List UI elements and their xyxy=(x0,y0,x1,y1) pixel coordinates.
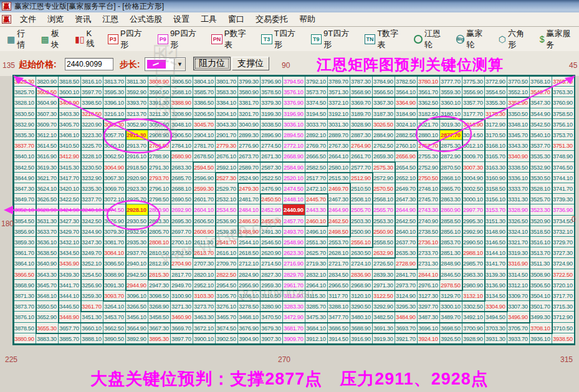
grid-cell[interactable]: 2894.50 xyxy=(283,130,305,140)
grid-cell[interactable]: 3897.70 xyxy=(171,333,193,344)
grid-cell[interactable]: 2791.30 xyxy=(148,162,171,173)
grid-cell[interactable]: 2964.10 xyxy=(305,280,328,290)
menu-item-公式选股[interactable]: 公式选股 xyxy=(124,14,168,24)
grid-cell[interactable]: 2906.50 xyxy=(171,130,193,140)
grid-cell[interactable]: 3715.30 xyxy=(552,301,575,312)
grid-cell[interactable]: 3072.10 xyxy=(103,194,126,204)
grid-cell[interactable]: 3604.90 xyxy=(36,97,59,108)
grid-cell[interactable]: 3314.50 xyxy=(507,269,530,280)
grid-cell[interactable]: 3398.50 xyxy=(81,97,103,108)
grid-cell[interactable]: 3830.50 xyxy=(14,108,36,119)
grid-cell[interactable]: 3331.30 xyxy=(507,194,530,204)
grid-cell[interactable]: 2488.90 xyxy=(238,226,261,237)
grid-cell[interactable]: 2668.90 xyxy=(283,151,305,161)
grid-cell[interactable]: 2920.90 xyxy=(126,173,148,183)
grid-cell[interactable]: 3535.30 xyxy=(530,151,552,161)
grid-cell[interactable]: 3660.10 xyxy=(81,323,103,333)
grid-cell[interactable]: 3170.50 xyxy=(485,130,507,140)
grid-cell[interactable]: 3256.90 xyxy=(81,280,103,290)
grid-cell[interactable]: 3386.50 xyxy=(193,97,216,108)
grid-cell[interactable]: 3079.30 xyxy=(103,226,126,237)
grid-cell[interactable]: 3028.90 xyxy=(350,119,373,130)
grid-cell[interactable]: 2800.90 xyxy=(148,204,171,215)
grid-cell[interactable]: 3223.30 xyxy=(81,130,103,140)
grid-cell[interactable]: 2990.50 xyxy=(462,237,485,247)
grid-cell[interactable]: 3139.30 xyxy=(485,269,507,280)
grid-cell[interactable]: 2642.50 xyxy=(395,216,418,226)
grid-cell[interactable]: 3208.90 xyxy=(171,108,193,119)
grid-cell[interactable]: 3031.30 xyxy=(328,119,350,130)
grid-cell[interactable]: 3552.10 xyxy=(507,87,530,97)
grid-cell[interactable]: 3676.90 xyxy=(238,323,261,333)
grid-cell[interactable]: 2520.10 xyxy=(283,173,305,183)
toolbar-button-赢家服务[interactable]: $赢家服务 xyxy=(535,30,579,49)
grid-cell[interactable]: 2956.90 xyxy=(238,280,261,290)
grid-cell[interactable]: 3357.70 xyxy=(462,97,485,108)
grid-cell[interactable]: 3055.30 xyxy=(103,119,126,130)
start-price-input[interactable] xyxy=(65,58,113,70)
grid-cell[interactable]: 3422.50 xyxy=(59,194,81,204)
grid-cell[interactable]: 2656.90 xyxy=(395,151,418,161)
grid-cell[interactable]: 2976.10 xyxy=(418,280,440,290)
grid-cell[interactable]: 2834.50 xyxy=(328,269,350,280)
grid-cell[interactable]: 3590.50 xyxy=(148,87,171,97)
grid-cell[interactable]: 3796.90 xyxy=(261,76,283,87)
grid-cell[interactable]: 3568.90 xyxy=(350,87,373,97)
grid-cell[interactable]: 2762.50 xyxy=(373,140,395,151)
grid-cell[interactable]: 2812.90 xyxy=(148,258,171,269)
grid-cell[interactable]: 3218.50 xyxy=(81,108,103,119)
grid-cell[interactable]: 3864.10 xyxy=(14,258,36,269)
grid-cell[interactable]: 2616.10 xyxy=(216,247,238,258)
grid-cell[interactable]: 2928.10 xyxy=(126,204,148,215)
grid-cell[interactable]: 3506.50 xyxy=(530,280,552,290)
grid-cell[interactable]: 3504.10 xyxy=(530,290,552,301)
grid-cell[interactable]: 2992.90 xyxy=(462,226,485,237)
grid-cell[interactable]: 3002.50 xyxy=(462,183,485,194)
grid-cell[interactable]: 3489.70 xyxy=(440,312,462,322)
grid-cell[interactable]: 3936.10 xyxy=(530,333,552,344)
grid-cell[interactable]: 3708.10 xyxy=(530,323,552,333)
grid-cell[interactable]: 2539.30 xyxy=(216,226,238,237)
grid-cell[interactable]: 3300.10 xyxy=(440,301,462,312)
grid-cell[interactable]: 3043.30 xyxy=(216,119,238,130)
toolbar-button-赢家轮[interactable]: Big赢家轮 xyxy=(452,30,494,49)
grid-cell[interactable]: 3405.70 xyxy=(59,119,81,130)
grid-cell[interactable]: 3753.70 xyxy=(552,130,575,140)
grid-cell[interactable]: 3182.50 xyxy=(418,108,440,119)
grid-cell[interactable]: 2738.50 xyxy=(418,226,440,237)
grid-cell[interactable]: 3782.50 xyxy=(395,76,418,87)
grid-cell[interactable]: 2844.10 xyxy=(418,269,440,280)
grid-cell[interactable]: 2954.50 xyxy=(216,280,238,290)
grid-cell[interactable]: 3432.10 xyxy=(59,237,81,247)
grid-cell[interactable]: 3045.70 xyxy=(193,119,216,130)
grid-cell[interactable]: 3832.90 xyxy=(14,119,36,130)
grid-cell[interactable]: 2678.50 xyxy=(193,151,216,161)
grid-cell[interactable]: 2608.90 xyxy=(193,226,216,237)
grid-cell[interactable]: 3108.10 xyxy=(238,290,261,301)
grid-cell[interactable]: 2704.90 xyxy=(171,258,193,269)
grid-cell[interactable]: 3816.10 xyxy=(81,76,103,87)
grid-cell[interactable]: 3062.50 xyxy=(103,151,126,161)
grid-cell[interactable]: 3009.70 xyxy=(462,151,485,161)
grid-cell[interactable]: 3528.10 xyxy=(530,183,552,194)
grid-cell[interactable]: 3350.50 xyxy=(507,108,530,119)
grid-cell[interactable]: 2988.10 xyxy=(462,247,485,258)
grid-cell[interactable]: 2500.90 xyxy=(350,226,373,237)
grid-cell[interactable]: 2460.10 xyxy=(305,216,328,226)
grid-cell[interactable]: 3823.30 xyxy=(14,76,36,87)
grid-cell[interactable]: 2692.90 xyxy=(171,204,193,215)
grid-cell[interactable]: 3765.70 xyxy=(552,76,575,87)
grid-cell[interactable]: 2599.30 xyxy=(193,183,216,194)
grid-cell[interactable]: 2899.30 xyxy=(238,130,261,140)
grid-cell[interactable]: 2666.50 xyxy=(305,151,328,161)
grid-cell[interactable]: 3232.90 xyxy=(81,173,103,183)
grid-cell[interactable]: 2911.30 xyxy=(126,130,148,140)
grid-cell[interactable]: 2786.50 xyxy=(148,140,171,151)
grid-cell[interactable]: 2796.10 xyxy=(148,183,171,194)
grid-cell[interactable]: 3559.30 xyxy=(440,87,462,97)
grid-cell[interactable]: 3741.70 xyxy=(552,183,575,194)
grid-cell[interactable]: 3091.30 xyxy=(103,280,126,290)
grid-cell[interactable]: 3916.90 xyxy=(350,333,373,344)
grid-cell[interactable]: 2760.10 xyxy=(395,140,418,151)
grid-cell[interactable]: 3112.90 xyxy=(283,290,305,301)
